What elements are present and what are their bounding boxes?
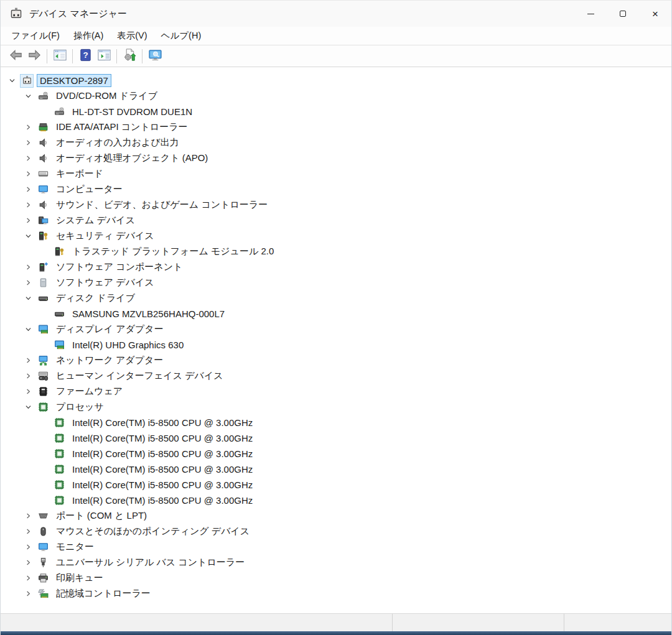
device-manager-window: デバイス マネージャー × ファイル(F)操作(A)表示(V)ヘルプ(H) ? … xyxy=(0,0,672,635)
tree-item[interactable]: キーボード xyxy=(1,166,671,182)
tree-item[interactable]: Intel(R) Core(TM) i5-8500 CPU @ 3.00GHz xyxy=(1,461,671,477)
chevron-right-icon[interactable] xyxy=(23,589,33,599)
chevron-right-icon[interactable] xyxy=(23,542,33,552)
tree-item[interactable]: 印刷キュー xyxy=(1,570,671,586)
tree-item[interactable]: ユニバーサル シリアル バス コントローラー xyxy=(1,555,671,570)
tree-item[interactable]: プロセッサ xyxy=(1,399,671,415)
tree-item-label: モニター xyxy=(53,540,97,554)
tree-item[interactable]: ファームウェア xyxy=(1,384,671,399)
chevron-spacer xyxy=(39,340,49,350)
chevron-right-icon[interactable] xyxy=(23,154,33,164)
chevron-right-icon[interactable] xyxy=(23,278,33,288)
back-arrow-icon xyxy=(9,48,23,65)
disk-drive-icon xyxy=(53,308,65,320)
toolbar-separator xyxy=(47,49,47,63)
tree-item[interactable]: セキュリティ デバイス xyxy=(1,228,671,244)
menu-item[interactable]: ファイル(F) xyxy=(4,27,67,44)
tree-item-label: ソフトウェア コンポーネント xyxy=(53,260,185,274)
tree-item-label: ヒューマン インターフェイス デバイス xyxy=(53,369,226,383)
chevron-down-icon[interactable] xyxy=(7,76,17,86)
maximize-button[interactable] xyxy=(607,1,639,27)
chevron-right-icon[interactable] xyxy=(23,387,33,397)
chevron-right-icon[interactable] xyxy=(23,371,33,381)
tree-item-label: 印刷キュー xyxy=(53,571,106,585)
console-tree-icon xyxy=(53,48,67,65)
tree-item[interactable]: ヒューマン インターフェイス デバイス xyxy=(1,368,671,384)
chevron-down-icon[interactable] xyxy=(23,91,33,101)
tree-item[interactable]: ソフトウェア コンポーネント xyxy=(1,259,671,275)
display-adapter-icon xyxy=(37,323,49,336)
tree-item[interactable]: トラステッド プラットフォーム モジュール 2.0 xyxy=(1,244,671,259)
chevron-right-icon[interactable] xyxy=(23,169,33,179)
chevron-spacer xyxy=(39,433,49,443)
tree-item[interactable]: IDE ATA/ATAPI コントローラー xyxy=(1,119,671,135)
chevron-right-icon[interactable] xyxy=(23,356,33,366)
chevron-down-icon[interactable] xyxy=(23,402,33,412)
minimize-button[interactable] xyxy=(574,1,607,27)
toolbar-separator xyxy=(116,49,117,63)
chevron-right-icon[interactable] xyxy=(23,123,33,132)
tree-item[interactable]: ディスク ドライブ xyxy=(1,290,671,306)
tree-item-label: コンピューター xyxy=(53,182,126,197)
menu-item[interactable]: ヘルプ(H) xyxy=(154,27,208,44)
close-button[interactable]: × xyxy=(639,1,671,27)
tree-item[interactable]: DESKTOP-2897 xyxy=(1,73,671,88)
printer-icon xyxy=(37,572,49,585)
tree-item[interactable]: Intel(R) Core(TM) i5-8500 CPU @ 3.00GHz xyxy=(1,446,671,461)
tree-item[interactable]: ソフトウェア デバイス xyxy=(1,275,671,290)
status-bar xyxy=(1,613,671,631)
maximize-icon xyxy=(620,11,626,17)
tree-item[interactable]: サウンド、ビデオ、およびゲーム コントローラー xyxy=(1,197,671,213)
window-bottom-edge xyxy=(1,631,671,635)
chevron-right-icon[interactable] xyxy=(23,185,33,195)
chevron-down-icon[interactable] xyxy=(23,325,33,335)
tree-item[interactable]: SAMSUNG MZVLB256HAHQ-000L7 xyxy=(1,306,671,322)
chevron-right-icon[interactable] xyxy=(23,573,33,583)
tree-item[interactable]: DVD/CD-ROM ドライブ xyxy=(1,88,671,104)
show-console-tree-button[interactable] xyxy=(50,48,69,65)
chevron-right-icon[interactable] xyxy=(23,511,33,521)
tree-item[interactable]: Intel(R) Core(TM) i5-8500 CPU @ 3.00GHz xyxy=(1,430,671,446)
chevron-down-icon[interactable] xyxy=(23,231,33,241)
scan-hardware-changes-button[interactable] xyxy=(120,48,139,65)
chevron-down-icon[interactable] xyxy=(23,294,33,304)
keyboard-icon xyxy=(37,168,49,180)
tree-item[interactable]: マウスとそのほかのポインティング デバイス xyxy=(1,524,671,539)
tree-item[interactable]: ディスプレイ アダプター xyxy=(1,322,671,337)
tree-item[interactable]: オーディオの入力および出力 xyxy=(1,135,671,151)
tree-item[interactable]: オーディオ処理オブジェクト (APO) xyxy=(1,151,671,166)
chevron-right-icon[interactable] xyxy=(23,200,33,210)
menu-item[interactable]: 表示(V) xyxy=(110,27,154,44)
tree-item[interactable]: Intel(R) UHD Graphics 630 xyxy=(1,337,671,353)
chevron-right-icon[interactable] xyxy=(23,527,33,537)
audio-speaker-icon xyxy=(37,152,49,165)
toolbar: ? xyxy=(1,45,671,67)
tree-item[interactable]: Intel(R) Core(TM) i5-8500 CPU @ 3.00GHz xyxy=(1,415,671,430)
chevron-right-icon[interactable] xyxy=(23,262,33,272)
tree-item[interactable]: コンピューター xyxy=(1,182,671,197)
display-adapter-icon xyxy=(53,339,65,351)
disk-drive-icon xyxy=(37,292,49,305)
help-button[interactable]: ? xyxy=(76,48,95,65)
tree-item-label: 記憶域コントローラー xyxy=(53,586,154,601)
usb-icon xyxy=(37,557,49,569)
tree-item[interactable]: HL-DT-ST DVDROM DUE1N xyxy=(1,104,671,119)
computer-search-button[interactable] xyxy=(146,48,164,65)
device-tree: DESKTOP-2897DVD/CD-ROM ドライブHL-DT-ST DVDR… xyxy=(1,67,671,613)
chevron-right-icon[interactable] xyxy=(23,138,33,148)
menu-item[interactable]: 操作(A) xyxy=(67,27,110,44)
tree-item[interactable]: モニター xyxy=(1,539,671,555)
forward-button[interactable] xyxy=(25,48,44,65)
audio-speaker-icon xyxy=(37,199,49,211)
tree-item-label: DVD/CD-ROM ドライブ xyxy=(53,89,161,103)
tree-item[interactable]: Intel(R) Core(TM) i5-8500 CPU @ 3.00GHz xyxy=(1,493,671,508)
tree-item[interactable]: ネットワーク アダプター xyxy=(1,353,671,368)
tree-item[interactable]: Intel(R) Core(TM) i5-8500 CPU @ 3.00GHz xyxy=(1,477,671,493)
chevron-right-icon[interactable] xyxy=(23,216,33,226)
back-button[interactable] xyxy=(6,48,25,65)
tree-item[interactable]: システム デバイス xyxy=(1,213,671,228)
tree-item[interactable]: ポート (COM と LPT) xyxy=(1,508,671,524)
show-action-pane-button[interactable] xyxy=(95,48,113,65)
chevron-right-icon[interactable] xyxy=(23,558,33,568)
tree-item[interactable]: 記憶域コントローラー xyxy=(1,586,671,601)
